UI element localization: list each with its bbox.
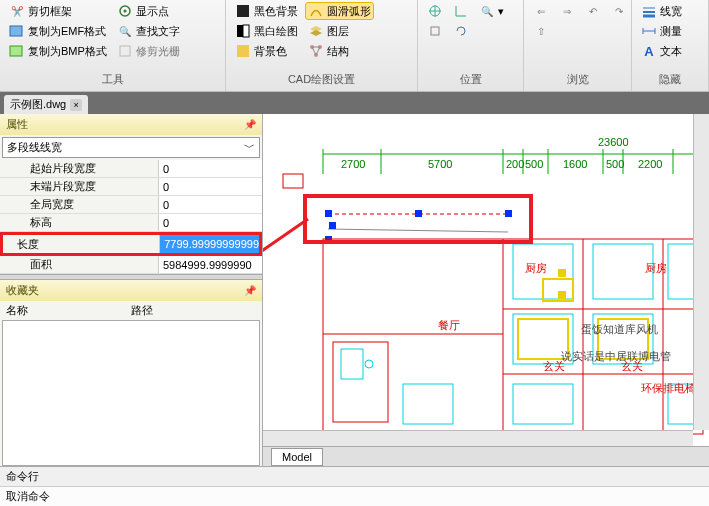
svg-text:200: 200 [506,158,524,170]
file-tab[interactable]: 示例图.dwg × [4,95,88,114]
svg-rect-7 [243,25,249,37]
text-icon: A [641,43,657,59]
pin-icon[interactable]: 📌 [244,285,256,296]
find-text-button[interactable]: 🔍查找文字 [114,22,183,40]
svg-rect-60 [403,384,453,424]
model-tabbar: Model [263,446,709,466]
ribbon-group-label: 位置 [424,70,517,89]
cad-drawing: 23600 2700 5700 200 500 1600 500 2200 [263,114,709,466]
scrollbar-vertical[interactable] [693,114,709,430]
svg-rect-0 [10,26,22,36]
up-icon: ⇧ [533,23,549,39]
zoom-btn[interactable]: 🔍▾ [476,2,507,20]
pin-icon[interactable]: 📌 [244,119,256,130]
property-grid: 起始片段宽度 0 末端片段宽度 0 全局宽度 0 标高 0 长度 7799.99… [0,160,262,274]
prop-val[interactable]: 0 [158,196,262,213]
structure-button[interactable]: 结构 [305,42,374,60]
ribbon-group-label: 隐藏 [638,70,702,89]
prop-val-length[interactable]: 7799.99999999999 [159,235,259,253]
ribbon-group-label: 工具 [6,70,219,89]
svg-point-3 [123,10,126,13]
properties-title: 属性 [6,117,28,132]
svg-rect-15 [431,27,439,35]
drawing-canvas[interactable]: 23600 2700 5700 200 500 1600 500 2200 [263,114,709,466]
bgcolor-icon [235,43,251,59]
text-button[interactable]: A文本 [638,42,685,60]
main-area: 属性 📌 多段线线宽 ﹀ 起始片段宽度 0 末端片段宽度 0 全局宽度 0 标高… [0,114,709,466]
zoom-icon: 🔍 [479,3,495,19]
status-line: 取消命令 [0,486,709,506]
layers-button[interactable]: 图层 [305,22,374,40]
prop-val[interactable]: 0 [158,178,262,195]
prop-val[interactable]: 0 [158,214,262,231]
chevron-down-icon: ﹀ [244,140,255,155]
smooth-arc-button[interactable]: 圆滑弧形 [305,2,374,20]
rot-r-btn: ↷ [608,2,630,20]
cut-frame-button[interactable]: ✂️剪切框架 [6,2,110,20]
prop-key: 全局宽度 [0,197,158,212]
structure-icon [308,43,324,59]
prop-val[interactable]: 5984999.9999990 [158,256,262,273]
svg-rect-4 [120,46,130,56]
prop-row: 标高 0 [0,214,262,232]
svg-text:1600: 1600 [563,158,587,170]
ribbon-group-browse: ⇐ ⇧ ⇒ ↶ ↷ 浏览 [524,0,632,91]
svg-rect-61 [513,384,573,424]
command-line-label: 命令行 [6,469,39,484]
arc-icon [308,3,324,19]
prop-key: 标高 [0,215,158,230]
model-tab[interactable]: Model [271,448,323,466]
close-icon[interactable]: × [70,99,82,111]
rot-icon [453,23,469,39]
prop-row: 全局宽度 0 [0,196,262,214]
prop-key: 面积 [0,257,158,272]
up-btn: ⇧ [530,22,552,40]
svg-text:说实话是中居联博电管: 说实话是中居联博电管 [561,350,671,362]
prop-row: 起始片段宽度 0 [0,160,262,178]
prop-row: 末端片段宽度 0 [0,178,262,196]
favorites-list[interactable] [2,320,260,466]
copy-bmp-button[interactable]: 复制为BMP格式 [6,42,110,60]
svg-rect-6 [237,25,243,37]
blackbg-icon [235,3,251,19]
svg-text:厨房: 厨房 [645,262,667,274]
trim-icon [117,43,133,59]
prop-val[interactable]: 0 [158,160,262,177]
prop-row: 面积 5984999.9999990 [0,256,262,274]
ribbon-group-label: 浏览 [530,70,625,89]
pos-btn-4[interactable] [450,22,472,40]
svg-text:500: 500 [525,158,543,170]
corner-icon [453,3,469,19]
ribbon-group-hide: 线宽 测量 A文本 隐藏 [632,0,709,91]
show-points-button[interactable]: 显示点 [114,2,183,20]
svg-line-78 [263,219,308,264]
object-type-select[interactable]: 多段线线宽 ﹀ [2,137,260,158]
svg-text:餐厅: 餐厅 [438,319,460,331]
pos-btn-2[interactable] [424,22,446,40]
svg-rect-46 [283,174,303,188]
command-line[interactable]: 命令行 [0,466,709,486]
svg-rect-68 [559,270,565,276]
ribbon-group-cad: 黑色背景 黑白绘图 背景色 圆滑弧形 图层 结构 CAD绘图设置 [226,0,418,91]
svg-rect-69 [559,292,565,298]
bw-draw-button[interactable]: 黑白绘图 [232,22,301,40]
pos-btn-3[interactable] [450,2,472,20]
svg-rect-5 [237,5,249,17]
svg-text:蛋饭知道库风机: 蛋饭知道库风机 [581,323,658,335]
bgcolor-button[interactable]: 背景色 [232,42,301,60]
favorites-columns: 名称 路径 [0,301,262,320]
svg-text:环保排电椅: 环保排电椅 [641,382,696,394]
copy-emf-button[interactable]: 复制为EMF格式 [6,22,110,40]
bmp-icon [9,43,25,59]
scissors-icon: ✂️ [9,3,25,19]
lineweight-button[interactable]: 线宽 [638,2,685,20]
file-tab-name: 示例图.dwg [10,97,66,112]
target-icon [427,3,443,19]
measure-button[interactable]: 测量 [638,22,685,40]
black-bg-button[interactable]: 黑色背景 [232,2,301,20]
scrollbar-horizontal[interactable] [263,430,693,446]
svg-rect-56 [593,244,653,299]
fav-col-path: 路径 [131,303,256,318]
rot-l-btn: ↶ [582,2,604,20]
pos-btn-1[interactable] [424,2,446,20]
